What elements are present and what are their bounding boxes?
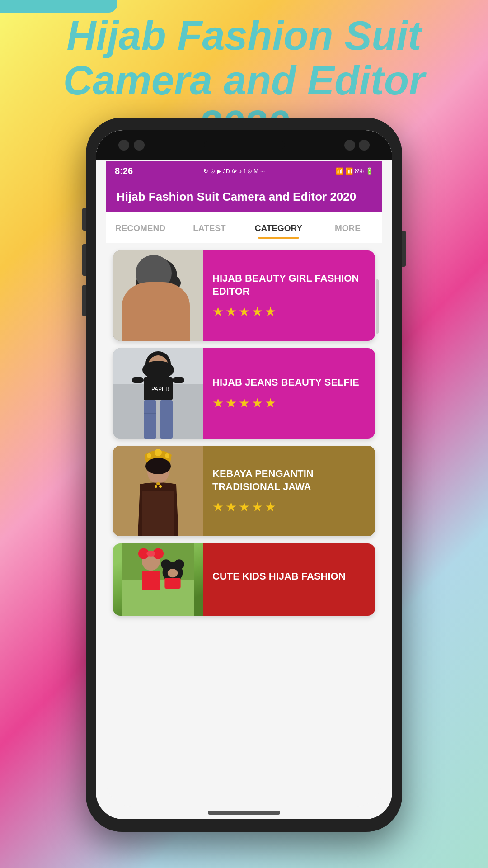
svg-rect-45: [142, 571, 160, 590]
svg-rect-24: [144, 400, 156, 439]
star-5-half: ★: [265, 304, 276, 319]
svg-rect-22: [132, 377, 144, 383]
star-2: ★: [225, 304, 237, 319]
battery-text: 8%: [355, 167, 364, 175]
phone-screen: 8:26 ↻ ⊙ ▶ JD 🛍 ♪ f ⊙ M ··· 📶 📶 8% 🔋 Hij…: [96, 130, 392, 819]
card-cute-kids-title: Cute Kids Hijab Fashion: [212, 570, 366, 583]
svg-point-31: [147, 453, 151, 458]
tab-recomend[interactable]: RECOMEND: [106, 217, 175, 239]
svg-point-37: [155, 485, 157, 488]
svg-point-2: [142, 262, 174, 293]
home-indicator: [208, 811, 280, 815]
phone-frame: 8:26 ↻ ⊙ ▶ JD 🛍 ♪ f ⊙ M ··· 📶 📶 8% 🔋 Hij…: [86, 118, 402, 832]
star-4: ★: [252, 500, 263, 514]
svg-rect-35: [142, 491, 174, 536]
card-kebaya-info: Kebaya Pengantin Tradisional Jawa ★ ★ ★ …: [203, 446, 375, 536]
volume-down-button: [82, 285, 86, 316]
notch-center: [204, 141, 285, 149]
svg-rect-23: [173, 377, 184, 383]
notification-icon: ↻ ⊙ ▶ JD 🛍 ♪ f ⊙ M ···: [203, 168, 265, 175]
tab-category[interactable]: CATEGORY: [244, 217, 313, 239]
card-kebaya-stars: ★ ★ ★ ★ ★: [212, 500, 366, 514]
phone-mockup: 8:26 ↻ ⊙ ▶ JD 🛍 ♪ f ⊙ M ··· 📶 📶 8% 🔋 Hij…: [86, 118, 402, 832]
star-1: ★: [212, 396, 224, 410]
tab-latest[interactable]: LATEST: [175, 217, 244, 239]
svg-point-30: [155, 449, 162, 456]
card-hijab-jeans-title: Hijab Jeans Beauty Selfie: [212, 376, 366, 389]
card-cute-kids[interactable]: Cute Kids Hijab Fashion: [113, 543, 375, 616]
kids-figure: [113, 543, 203, 616]
star-1: ★: [212, 500, 224, 514]
svg-rect-1: [113, 250, 203, 341]
kebaya-figure: [113, 446, 203, 536]
star-3: ★: [239, 304, 250, 319]
notch-left: [118, 140, 145, 151]
svg-point-47: [161, 559, 171, 569]
front-camera: [118, 140, 129, 151]
hijab-girl-figure: [113, 250, 203, 341]
card-cute-kids-image: [113, 543, 203, 616]
status-right-icons: 📶 📶 8% 🔋: [336, 167, 373, 175]
svg-point-34: [145, 458, 171, 474]
status-time: 8:26: [115, 166, 133, 176]
card-cute-kids-info: Cute Kids Hijab Fashion: [203, 543, 375, 616]
app-header-title: Hijab Fashion Suit Camera and Editor 202…: [117, 190, 356, 204]
svg-point-44: [146, 551, 155, 557]
card-hijab-beauty[interactable]: Hijab Beauty Girl Fashion Editor ★ ★ ★ ★…: [113, 250, 375, 341]
card-hijab-beauty-image: [113, 250, 203, 341]
svg-point-49: [168, 569, 178, 577]
svg-point-36: [156, 482, 160, 485]
svg-point-32: [165, 453, 169, 458]
star-4: ★: [252, 304, 263, 319]
svg-point-48: [174, 559, 184, 569]
tab-bar[interactable]: RECOMEND LATEST CATEGORY MORE: [106, 212, 382, 243]
svg-rect-7: [138, 293, 178, 341]
card-hijab-beauty-stars: ★ ★ ★ ★ ★: [212, 304, 366, 319]
signal-icon: 📶: [345, 167, 353, 175]
card-hijab-jeans[interactable]: PAPER Hijab Jeans: [113, 348, 375, 439]
star-2: ★: [225, 500, 237, 514]
star-3: ★: [239, 396, 250, 410]
wifi-icon: 📶: [336, 167, 343, 175]
content-area[interactable]: Hijab Beauty Girl Fashion Editor ★ ★ ★ ★…: [106, 243, 382, 807]
status-notification-icons: ↻ ⊙ ▶ JD 🛍 ♪ f ⊙ M ···: [203, 168, 265, 175]
svg-point-3: [139, 258, 177, 292]
star-1: ★: [212, 304, 224, 319]
star-5-half: ★: [265, 396, 276, 410]
star-2: ★: [225, 396, 237, 410]
card-hijab-jeans-stars: ★ ★ ★ ★ ★: [212, 396, 366, 410]
volume-up-button: [82, 244, 86, 276]
power-button: [402, 231, 406, 267]
card-hijab-beauty-title: Hijab Beauty Girl Fashion Editor: [212, 272, 366, 298]
top-bar-decoration: [0, 0, 117, 13]
svg-rect-25: [160, 400, 173, 439]
star-5-half: ★: [265, 500, 276, 514]
app-header: Hijab Fashion Suit Camera and Editor 202…: [106, 181, 382, 212]
svg-point-5: [147, 265, 169, 288]
phone-notch: [96, 130, 392, 160]
star-3: ★: [239, 500, 250, 514]
svg-rect-50: [164, 578, 180, 589]
card-kebaya-title: Kebaya Pengantin Tradisional Jawa: [212, 467, 366, 493]
card-hijab-jeans-info: Hijab Jeans Beauty Selfie ★ ★ ★ ★ ★: [203, 348, 375, 439]
sensor-right: [359, 140, 370, 151]
svg-point-19: [142, 361, 174, 379]
svg-point-38: [159, 485, 162, 488]
svg-rect-6: [138, 293, 178, 341]
tab-more[interactable]: MORE: [313, 217, 382, 239]
svg-text:PAPER: PAPER: [151, 386, 169, 392]
volume-button-top: [82, 208, 86, 231]
front-camera-right: [344, 140, 355, 151]
card-kebaya[interactable]: Kebaya Pengantin Tradisional Jawa ★ ★ ★ …: [113, 446, 375, 536]
card-hijab-jeans-image: PAPER: [113, 348, 203, 439]
scroll-indicator: [376, 279, 379, 334]
card-kebaya-image: [113, 446, 203, 536]
card-hijab-beauty-info: Hijab Beauty Girl Fashion Editor ★ ★ ★ ★…: [203, 250, 375, 341]
proximity-sensor: [134, 140, 145, 151]
status-bar: 8:26 ↻ ⊙ ▶ JD 🛍 ♪ f ⊙ M ··· 📶 📶 8% 🔋: [106, 161, 382, 181]
hijab-jeans-figure: PAPER: [113, 348, 203, 439]
battery-icon: 🔋: [366, 167, 373, 175]
star-4: ★: [252, 396, 263, 410]
notch-right: [344, 140, 370, 151]
svg-point-4: [136, 272, 181, 294]
